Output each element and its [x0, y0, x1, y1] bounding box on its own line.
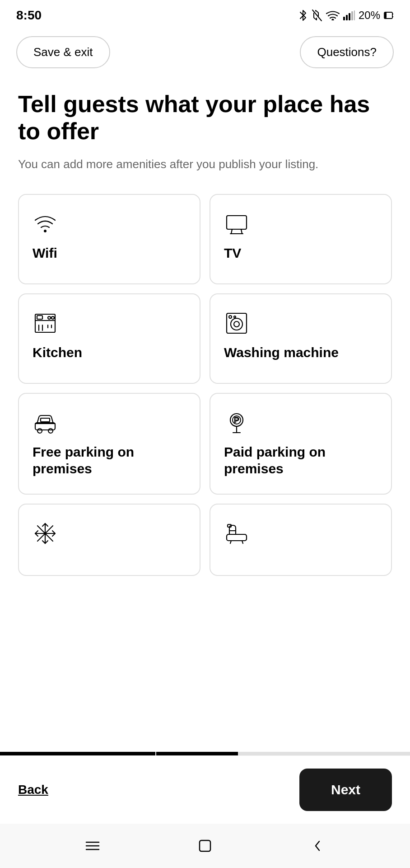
status-time: 8:50: [16, 8, 42, 23]
tv-icon: [224, 211, 249, 236]
svg-point-32: [48, 429, 53, 433]
progress-segment-3: [238, 752, 410, 755]
status-right-icons: 20%: [298, 9, 394, 22]
paid-parking-icon: P: [224, 410, 249, 435]
amenity-label-kitchen: Kitchen: [33, 344, 82, 361]
wifi-icon: [33, 211, 58, 236]
svg-rect-3: [346, 15, 348, 20]
amenity-grid: Wifi TV: [18, 194, 392, 576]
svg-rect-12: [227, 216, 247, 229]
svg-point-19: [48, 316, 51, 319]
amenity-card-wifi[interactable]: Wifi: [18, 194, 200, 284]
amenity-label-tv: TV: [224, 245, 241, 262]
bluetooth-icon: [298, 9, 308, 22]
svg-point-1: [332, 19, 333, 21]
save-exit-button[interactable]: Save & exit: [16, 36, 110, 68]
amenity-card-washing-machine[interactable]: Washing machine: [210, 293, 392, 384]
amenity-card-ac[interactable]: [18, 504, 200, 576]
back-button[interactable]: Back: [18, 783, 48, 797]
svg-rect-5: [351, 11, 353, 20]
amenity-label-free-parking: Free parking on premises: [33, 443, 186, 477]
svg-point-28: [229, 316, 232, 318]
battery-percent: 20%: [359, 9, 380, 22]
top-nav: Save & exit Questions?: [0, 27, 410, 77]
svg-line-13: [231, 229, 232, 234]
svg-rect-34: [41, 418, 50, 422]
svg-point-27: [234, 321, 239, 327]
signal-wifi-icon: [326, 10, 340, 20]
svg-point-26: [231, 318, 242, 330]
amenity-card-paid-parking[interactable]: P Paid parking on premises: [210, 393, 392, 495]
page-title: Tell guests what your place has to offer: [18, 91, 392, 145]
amenity-card-free-parking[interactable]: Free parking on premises: [18, 393, 200, 495]
svg-point-31: [37, 429, 42, 433]
svg-rect-2: [343, 17, 345, 20]
home-button[interactable]: [194, 835, 216, 857]
status-bar: 8:50 20%: [0, 0, 410, 27]
progress-segment-2: [156, 752, 238, 755]
progress-bar: [0, 752, 410, 755]
signal-bars-icon: [343, 10, 355, 20]
svg-point-11: [44, 230, 47, 232]
svg-rect-4: [349, 13, 350, 20]
washing-machine-icon: [224, 311, 249, 336]
svg-rect-52: [227, 534, 247, 541]
amenity-label-washing-machine: Washing machine: [224, 344, 339, 361]
svg-rect-60: [200, 840, 210, 851]
amenity-label-wifi: Wifi: [33, 245, 57, 262]
snowflake-icon: [33, 521, 58, 546]
car-icon: [33, 410, 58, 435]
progress-segment-1: [0, 752, 155, 755]
svg-line-14: [241, 229, 242, 234]
recent-apps-button[interactable]: [81, 835, 104, 857]
mute-icon: [312, 9, 322, 22]
amenity-label-paid-parking: Paid parking on premises: [224, 443, 377, 477]
amenity-card-kitchen[interactable]: Kitchen: [18, 293, 200, 384]
battery-icon: [384, 10, 394, 20]
svg-point-29: [234, 316, 236, 318]
amenity-card-tv[interactable]: TV: [210, 194, 392, 284]
main-content: Tell guests what your place has to offer…: [0, 77, 410, 737]
android-nav-bar: [0, 824, 410, 868]
bathtub-icon: [224, 521, 249, 546]
svg-point-20: [51, 316, 54, 319]
back-nav-button[interactable]: [306, 835, 329, 857]
page-subtitle: You can add more amenities after you pub…: [18, 156, 392, 172]
svg-rect-6: [354, 10, 355, 20]
questions-button[interactable]: Questions?: [300, 36, 394, 68]
bottom-nav: Back Next: [0, 755, 410, 824]
amenity-card-bathtub[interactable]: [210, 504, 392, 576]
kitchen-icon: [33, 311, 58, 336]
svg-rect-8: [385, 13, 387, 18]
next-button[interactable]: Next: [299, 769, 392, 811]
svg-rect-18: [37, 316, 42, 319]
